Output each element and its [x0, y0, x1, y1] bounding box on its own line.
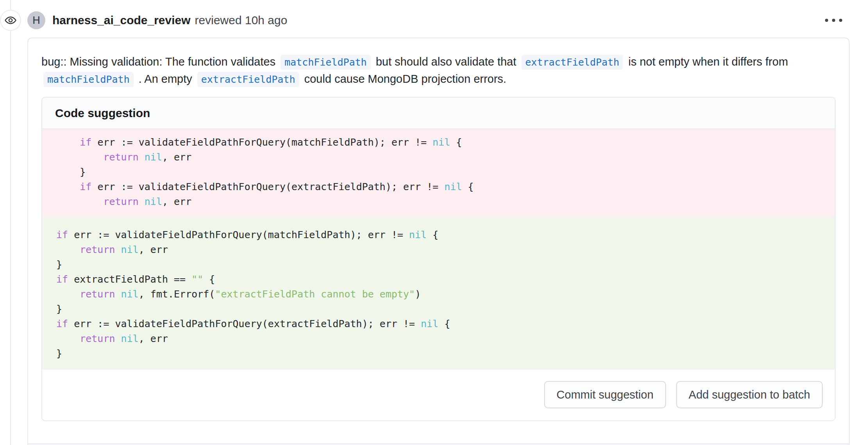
code-line: } — [56, 257, 821, 272]
code-token: err := validateFieldPathForQuery(extract… — [68, 318, 421, 329]
code-token — [56, 196, 103, 207]
code-line: return nil, err — [56, 242, 821, 257]
kebab-menu-button[interactable] — [822, 16, 845, 25]
code-token: { — [438, 318, 450, 329]
code-token: if — [80, 181, 91, 192]
commit-suggestion-button[interactable]: Commit suggestion — [544, 381, 666, 408]
code-token: nil — [121, 288, 139, 300]
code-token: , err — [162, 151, 191, 163]
code-token: "" — [191, 274, 203, 285]
code-token: ) — [415, 288, 421, 300]
code-token: return — [80, 333, 115, 344]
kebab-menu-icon — [839, 19, 842, 22]
review-page: H harness_ai_code_review reviewed 10h ag… — [0, 0, 868, 445]
code-token: nil — [409, 229, 427, 240]
code-token: if — [56, 229, 68, 240]
deleted-code-block: if err := validateFieldPathForQuery(matc… — [42, 129, 835, 217]
added-code-block: if err := validateFieldPathForQuery(matc… — [42, 217, 835, 370]
code-line: if err := validateFieldPathForQuery(extr… — [56, 317, 821, 331]
code-token: "extractFieldPath cannot be empty" — [215, 288, 415, 300]
code-line: return nil, fmt.Errorf("extractFieldPath… — [56, 287, 821, 302]
code-token: return — [80, 288, 115, 300]
code-line: if err := validateFieldPathForQuery(matc… — [56, 135, 821, 150]
code-line: return nil, err — [56, 194, 821, 209]
suggestion-header: Code suggestion — [42, 98, 835, 129]
code-line: if extractFieldPath == "" { — [56, 272, 821, 287]
code-token — [56, 151, 103, 163]
code-token: nil — [121, 244, 139, 255]
code-token: nil — [421, 318, 438, 329]
code-token: if — [80, 137, 91, 148]
eye-icon — [4, 14, 17, 27]
code-line: return nil, err — [56, 331, 821, 346]
code-token: nil — [432, 137, 450, 148]
code-token — [56, 333, 80, 344]
comment-text-segment: could cause MongoDB projection errors. — [301, 73, 506, 85]
code-token: err := validateFieldPathForQuery(extract… — [91, 181, 444, 192]
code-token — [115, 244, 121, 255]
comment-text: bug:: Missing validation: The function v… — [41, 53, 836, 87]
review-comment-card: bug:: Missing validation: The function v… — [27, 37, 850, 445]
code-token: if — [56, 274, 68, 285]
code-token: return — [80, 244, 115, 255]
code-token: err := validateFieldPathForQuery(matchFi… — [68, 229, 409, 240]
code-token — [56, 288, 80, 300]
kebab-menu-icon — [825, 19, 828, 22]
comment-text-segment: but should also validate that — [373, 55, 520, 68]
code-token — [56, 181, 80, 192]
code-token: { — [427, 229, 438, 240]
avatar[interactable]: H — [27, 11, 45, 29]
code-token: { — [450, 137, 462, 148]
code-token — [56, 244, 80, 255]
kebab-menu-icon — [832, 19, 835, 22]
code-line: } — [56, 165, 821, 180]
code-token: , err — [162, 196, 191, 207]
code-suggestion-card: Code suggestion if err := validateFieldP… — [41, 97, 836, 421]
inline-code-chip: extractFieldPath — [197, 72, 299, 87]
code-token — [139, 151, 145, 163]
code-token: { — [462, 181, 474, 192]
code-token: nil — [145, 196, 162, 207]
reply-footer[interactable] — [28, 443, 849, 445]
code-token — [139, 196, 145, 207]
comment-text-segment: bug:: Missing validation: The function v… — [41, 55, 279, 68]
code-token: } — [56, 259, 62, 270]
code-line: } — [56, 302, 821, 317]
review-timestamp: reviewed 10h ago — [195, 14, 288, 27]
inline-code-chip: extractFieldPath — [522, 55, 623, 70]
code-token: nil — [121, 333, 139, 344]
eye-observer-badge[interactable] — [0, 10, 21, 31]
code-token: , err — [139, 244, 168, 255]
code-token: } — [56, 303, 62, 315]
review-header: H harness_ai_code_review reviewed 10h ag… — [27, 11, 287, 29]
code-token: if — [56, 318, 68, 329]
code-token — [115, 333, 121, 344]
code-token: return — [103, 196, 138, 207]
add-suggestion-to-batch-button[interactable]: Add suggestion to batch — [676, 381, 823, 408]
suggestion-title: Code suggestion — [55, 107, 150, 120]
code-token: return — [103, 151, 138, 163]
code-token: nil — [145, 151, 162, 163]
code-line: if err := validateFieldPathForQuery(matc… — [56, 228, 821, 242]
comment-body: bug:: Missing validation: The function v… — [28, 38, 849, 443]
suggestion-footer: Commit suggestion Add suggestion to batc… — [42, 370, 835, 420]
code-token: { — [203, 274, 215, 285]
code-token: extractFieldPath == — [68, 274, 191, 285]
code-token: } — [56, 166, 86, 178]
code-line: return nil, err — [56, 150, 821, 165]
code-token: } — [56, 348, 62, 359]
code-line: } — [56, 346, 821, 361]
code-token: , fmt.Errorf( — [139, 288, 215, 300]
comment-text-segment: is not empty when it differs from — [625, 55, 788, 68]
inline-code-chip: matchFieldPath — [43, 72, 134, 87]
inline-code-chip: matchFieldPath — [280, 55, 371, 70]
code-line: if err := validateFieldPathForQuery(extr… — [56, 180, 821, 194]
timeline-line — [10, 0, 11, 445]
code-token — [115, 288, 121, 300]
code-token: nil — [444, 181, 462, 192]
code-token: , err — [139, 333, 168, 344]
author-name[interactable]: harness_ai_code_review — [52, 14, 191, 27]
comment-text-segment: . An empty — [136, 73, 195, 85]
code-token: err := validateFieldPathForQuery(matchFi… — [91, 137, 432, 148]
code-token — [56, 137, 80, 148]
